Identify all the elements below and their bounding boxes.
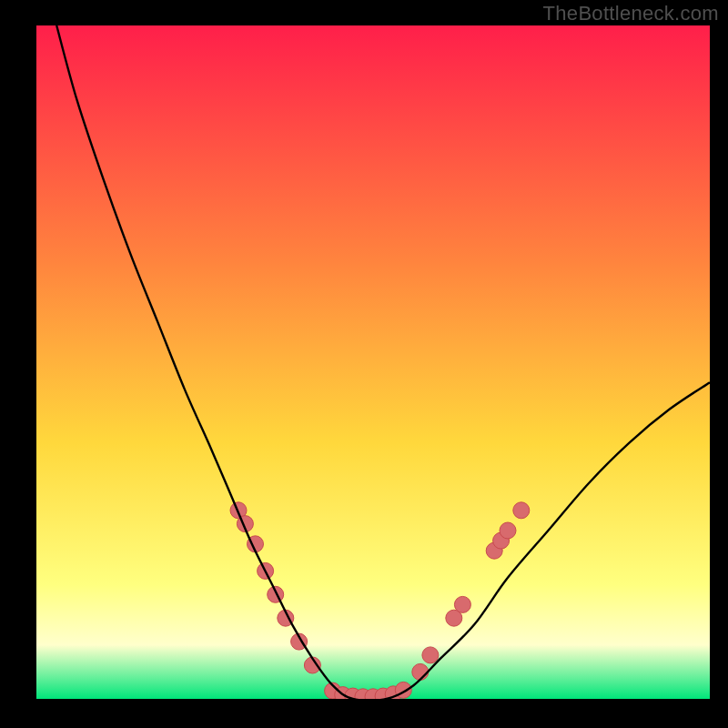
data-marker	[513, 502, 530, 519]
watermark-label: TheBottleneck.com	[543, 2, 719, 25]
data-marker	[412, 663, 429, 680]
data-marker	[500, 522, 516, 539]
data-marker	[422, 647, 439, 663]
chart-container: TheBottleneck.com	[0, 0, 728, 728]
plot-svg	[36, 25, 710, 699]
plot-area	[36, 25, 710, 699]
data-marker	[454, 596, 470, 612]
gradient-background	[36, 25, 710, 699]
